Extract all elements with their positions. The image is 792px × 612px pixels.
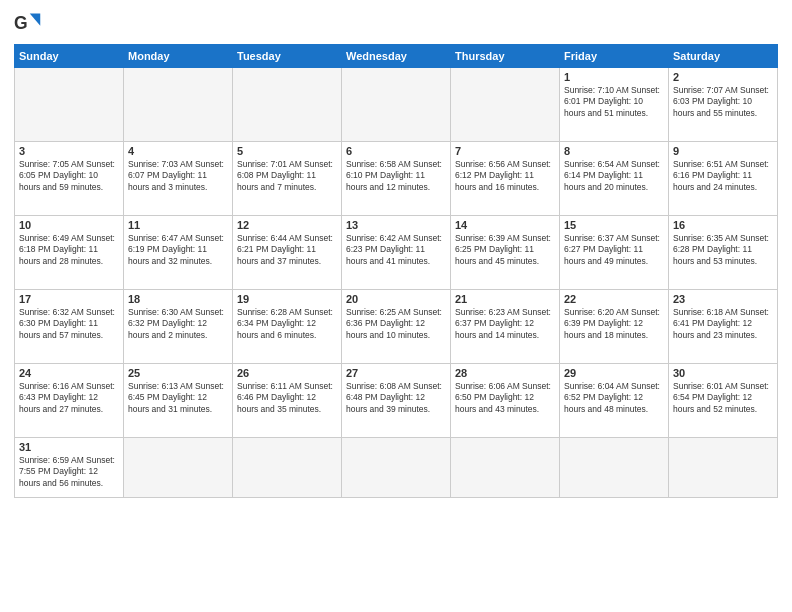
calendar-week-row: 31Sunrise: 6:59 AM Sunset: 7:55 PM Dayli… xyxy=(15,438,778,498)
calendar-cell: 30Sunrise: 6:01 AM Sunset: 6:54 PM Dayli… xyxy=(669,364,778,438)
day-number: 11 xyxy=(128,219,228,231)
calendar-cell: 17Sunrise: 6:32 AM Sunset: 6:30 PM Dayli… xyxy=(15,290,124,364)
day-number: 16 xyxy=(673,219,773,231)
day-info: Sunrise: 7:03 AM Sunset: 6:07 PM Dayligh… xyxy=(128,159,228,193)
day-info: Sunrise: 6:06 AM Sunset: 6:50 PM Dayligh… xyxy=(455,381,555,415)
day-info: Sunrise: 6:16 AM Sunset: 6:43 PM Dayligh… xyxy=(19,381,119,415)
day-info: Sunrise: 6:04 AM Sunset: 6:52 PM Dayligh… xyxy=(564,381,664,415)
day-number: 6 xyxy=(346,145,446,157)
calendar-cell: 31Sunrise: 6:59 AM Sunset: 7:55 PM Dayli… xyxy=(15,438,124,498)
day-number: 24 xyxy=(19,367,119,379)
calendar-cell xyxy=(669,438,778,498)
day-number: 7 xyxy=(455,145,555,157)
svg-text:G: G xyxy=(14,13,28,33)
day-number: 14 xyxy=(455,219,555,231)
day-info: Sunrise: 6:20 AM Sunset: 6:39 PM Dayligh… xyxy=(564,307,664,341)
logo: G xyxy=(14,10,46,38)
calendar-cell xyxy=(124,68,233,142)
calendar-cell xyxy=(342,68,451,142)
day-number: 21 xyxy=(455,293,555,305)
calendar-cell: 25Sunrise: 6:13 AM Sunset: 6:45 PM Dayli… xyxy=(124,364,233,438)
calendar-cell: 5Sunrise: 7:01 AM Sunset: 6:08 PM Daylig… xyxy=(233,142,342,216)
calendar-cell: 28Sunrise: 6:06 AM Sunset: 6:50 PM Dayli… xyxy=(451,364,560,438)
day-info: Sunrise: 6:35 AM Sunset: 6:28 PM Dayligh… xyxy=(673,233,773,267)
day-info: Sunrise: 6:54 AM Sunset: 6:14 PM Dayligh… xyxy=(564,159,664,193)
day-info: Sunrise: 6:11 AM Sunset: 6:46 PM Dayligh… xyxy=(237,381,337,415)
day-number: 12 xyxy=(237,219,337,231)
day-info: Sunrise: 6:51 AM Sunset: 6:16 PM Dayligh… xyxy=(673,159,773,193)
calendar-cell xyxy=(124,438,233,498)
day-info: Sunrise: 7:07 AM Sunset: 6:03 PM Dayligh… xyxy=(673,85,773,119)
calendar-week-row: 10Sunrise: 6:49 AM Sunset: 6:18 PM Dayli… xyxy=(15,216,778,290)
day-info: Sunrise: 6:01 AM Sunset: 6:54 PM Dayligh… xyxy=(673,381,773,415)
calendar-cell xyxy=(15,68,124,142)
day-number: 8 xyxy=(564,145,664,157)
day-info: Sunrise: 6:13 AM Sunset: 6:45 PM Dayligh… xyxy=(128,381,228,415)
col-header-tuesday: Tuesday xyxy=(233,45,342,68)
day-number: 2 xyxy=(673,71,773,83)
day-number: 28 xyxy=(455,367,555,379)
day-info: Sunrise: 6:44 AM Sunset: 6:21 PM Dayligh… xyxy=(237,233,337,267)
col-header-thursday: Thursday xyxy=(451,45,560,68)
calendar-cell: 21Sunrise: 6:23 AM Sunset: 6:37 PM Dayli… xyxy=(451,290,560,364)
day-info: Sunrise: 6:42 AM Sunset: 6:23 PM Dayligh… xyxy=(346,233,446,267)
day-info: Sunrise: 6:32 AM Sunset: 6:30 PM Dayligh… xyxy=(19,307,119,341)
calendar-page: G SundayMondayTuesdayWednesdayThursdayFr… xyxy=(0,0,792,612)
calendar-cell: 22Sunrise: 6:20 AM Sunset: 6:39 PM Dayli… xyxy=(560,290,669,364)
calendar-cell: 9Sunrise: 6:51 AM Sunset: 6:16 PM Daylig… xyxy=(669,142,778,216)
svg-marker-1 xyxy=(30,14,41,26)
day-info: Sunrise: 7:01 AM Sunset: 6:08 PM Dayligh… xyxy=(237,159,337,193)
day-number: 31 xyxy=(19,441,119,453)
day-number: 17 xyxy=(19,293,119,305)
day-number: 23 xyxy=(673,293,773,305)
day-number: 20 xyxy=(346,293,446,305)
day-info: Sunrise: 6:56 AM Sunset: 6:12 PM Dayligh… xyxy=(455,159,555,193)
day-number: 25 xyxy=(128,367,228,379)
calendar-cell xyxy=(451,438,560,498)
calendar-cell: 23Sunrise: 6:18 AM Sunset: 6:41 PM Dayli… xyxy=(669,290,778,364)
day-info: Sunrise: 6:58 AM Sunset: 6:10 PM Dayligh… xyxy=(346,159,446,193)
day-info: Sunrise: 6:25 AM Sunset: 6:36 PM Dayligh… xyxy=(346,307,446,341)
calendar-week-row: 3Sunrise: 7:05 AM Sunset: 6:05 PM Daylig… xyxy=(15,142,778,216)
calendar-cell: 11Sunrise: 6:47 AM Sunset: 6:19 PM Dayli… xyxy=(124,216,233,290)
calendar-cell: 8Sunrise: 6:54 AM Sunset: 6:14 PM Daylig… xyxy=(560,142,669,216)
calendar-cell: 27Sunrise: 6:08 AM Sunset: 6:48 PM Dayli… xyxy=(342,364,451,438)
col-header-monday: Monday xyxy=(124,45,233,68)
calendar-cell: 26Sunrise: 6:11 AM Sunset: 6:46 PM Dayli… xyxy=(233,364,342,438)
calendar-cell: 15Sunrise: 6:37 AM Sunset: 6:27 PM Dayli… xyxy=(560,216,669,290)
calendar-cell: 20Sunrise: 6:25 AM Sunset: 6:36 PM Dayli… xyxy=(342,290,451,364)
day-number: 22 xyxy=(564,293,664,305)
day-info: Sunrise: 6:08 AM Sunset: 6:48 PM Dayligh… xyxy=(346,381,446,415)
day-number: 3 xyxy=(19,145,119,157)
calendar-week-row: 17Sunrise: 6:32 AM Sunset: 6:30 PM Dayli… xyxy=(15,290,778,364)
calendar-cell: 2Sunrise: 7:07 AM Sunset: 6:03 PM Daylig… xyxy=(669,68,778,142)
calendar-cell: 12Sunrise: 6:44 AM Sunset: 6:21 PM Dayli… xyxy=(233,216,342,290)
calendar-cell: 1Sunrise: 7:10 AM Sunset: 6:01 PM Daylig… xyxy=(560,68,669,142)
calendar-cell: 16Sunrise: 6:35 AM Sunset: 6:28 PM Dayli… xyxy=(669,216,778,290)
day-info: Sunrise: 6:28 AM Sunset: 6:34 PM Dayligh… xyxy=(237,307,337,341)
calendar-cell xyxy=(233,438,342,498)
col-header-wednesday: Wednesday xyxy=(342,45,451,68)
day-number: 30 xyxy=(673,367,773,379)
calendar-cell: 10Sunrise: 6:49 AM Sunset: 6:18 PM Dayli… xyxy=(15,216,124,290)
day-number: 1 xyxy=(564,71,664,83)
calendar-cell xyxy=(560,438,669,498)
calendar-week-row: 1Sunrise: 7:10 AM Sunset: 6:01 PM Daylig… xyxy=(15,68,778,142)
day-number: 4 xyxy=(128,145,228,157)
header: G xyxy=(14,10,778,38)
day-info: Sunrise: 6:39 AM Sunset: 6:25 PM Dayligh… xyxy=(455,233,555,267)
calendar-cell: 19Sunrise: 6:28 AM Sunset: 6:34 PM Dayli… xyxy=(233,290,342,364)
calendar-table: SundayMondayTuesdayWednesdayThursdayFrid… xyxy=(14,44,778,498)
day-number: 15 xyxy=(564,219,664,231)
day-info: Sunrise: 6:23 AM Sunset: 6:37 PM Dayligh… xyxy=(455,307,555,341)
calendar-cell: 4Sunrise: 7:03 AM Sunset: 6:07 PM Daylig… xyxy=(124,142,233,216)
day-info: Sunrise: 6:49 AM Sunset: 6:18 PM Dayligh… xyxy=(19,233,119,267)
calendar-cell: 7Sunrise: 6:56 AM Sunset: 6:12 PM Daylig… xyxy=(451,142,560,216)
calendar-cell: 29Sunrise: 6:04 AM Sunset: 6:52 PM Dayli… xyxy=(560,364,669,438)
day-number: 9 xyxy=(673,145,773,157)
day-number: 5 xyxy=(237,145,337,157)
day-info: Sunrise: 7:05 AM Sunset: 6:05 PM Dayligh… xyxy=(19,159,119,193)
day-info: Sunrise: 6:37 AM Sunset: 6:27 PM Dayligh… xyxy=(564,233,664,267)
calendar-cell xyxy=(233,68,342,142)
calendar-cell xyxy=(342,438,451,498)
